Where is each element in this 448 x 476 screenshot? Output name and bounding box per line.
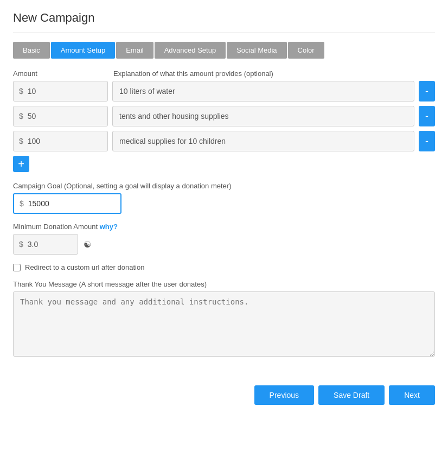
remove-button-2[interactable]: - [419,106,435,126]
next-button[interactable]: Next [389,385,435,405]
cursor-icon: ☯ [84,239,91,250]
amount-column-header: Amount [13,69,108,78]
thank-you-group: Thank You Message (A short message after… [13,280,435,358]
redirect-checkbox-label[interactable]: Redirect to a custom url after donation [25,263,144,271]
plus-icon: + [18,158,24,170]
campaign-goal-group: Campaign Goal (Optional, setting a goal … [13,182,435,214]
campaign-goal-input-wrapper: $ [13,193,121,214]
tab-bar: Basic Amount Setup Email Advanced Setup … [13,42,435,59]
tab-basic[interactable]: Basic [13,42,50,59]
explanation-column-header: Explanation of what this amount provides… [113,69,435,78]
dollar-sign-3: $ [19,137,23,145]
min-donation-input-wrapper: $ [13,234,78,255]
minus-icon-2: - [425,111,428,122]
campaign-goal-input[interactable] [28,199,115,208]
minus-icon-3: - [425,136,428,147]
min-donation-input[interactable] [28,240,72,249]
tab-amount-setup[interactable]: Amount Setup [51,42,115,59]
amount-input-wrapper-3: $ [13,131,108,151]
explanation-input-1[interactable] [112,81,414,101]
explanation-input-2[interactable] [112,106,414,126]
title-divider [13,33,435,33]
dollar-sign-2: $ [19,112,23,120]
min-donation-group: Minimum Donation Amount why? $ ☯ [13,223,435,255]
amount-input-wrapper-2: $ [13,106,108,126]
footer-buttons: Previous Save Draft Next [13,375,435,405]
min-donation-dollar-sign: $ [19,240,23,249]
campaign-goal-dollar-sign: $ [20,199,24,208]
dollar-sign-1: $ [19,87,23,96]
tab-color[interactable]: Color [288,42,324,59]
previous-button[interactable]: Previous [254,385,314,405]
amounts-header: Amount Explanation of what this amount p… [13,69,435,78]
amount-row-2: $ - [13,106,435,126]
min-donation-why-label[interactable]: why? [100,223,118,231]
amount-input-wrapper-1: $ [13,81,108,101]
tab-advanced-setup[interactable]: Advanced Setup [155,42,226,59]
amount-row-3: $ - [13,131,435,151]
page-title: New Campaign [13,11,435,25]
min-donation-row: $ ☯ [13,234,435,255]
remove-button-3[interactable]: - [419,131,435,151]
minus-icon-1: - [425,86,428,97]
amount-input-1[interactable] [28,87,102,96]
tab-email[interactable]: Email [116,42,153,59]
thank-you-textarea[interactable] [13,291,435,357]
add-amount-button[interactable]: + [13,156,29,172]
thank-you-label: Thank You Message (A short message after… [13,280,435,288]
amount-input-2[interactable] [28,112,102,120]
amount-input-3[interactable] [28,137,102,145]
redirect-checkbox-row: Redirect to a custom url after donation [13,263,435,271]
redirect-checkbox[interactable] [13,264,21,271]
remove-button-1[interactable]: - [419,81,435,101]
explanation-input-3[interactable] [112,131,414,151]
min-donation-label: Minimum Donation Amount why? [13,223,435,231]
save-draft-button[interactable]: Save Draft [318,385,385,405]
amount-row-1: $ - [13,81,435,101]
campaign-goal-label: Campaign Goal (Optional, setting a goal … [13,182,435,190]
tab-social-media[interactable]: Social Media [227,42,286,59]
